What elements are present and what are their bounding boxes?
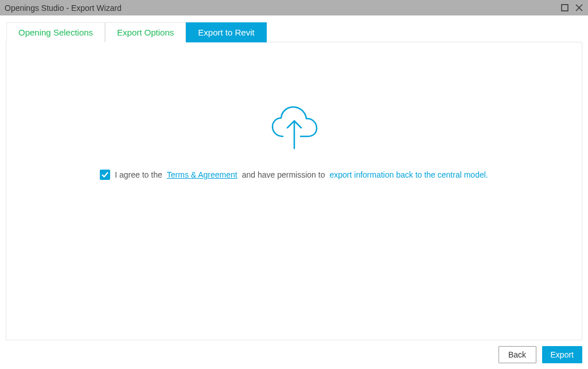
window-body: Opening Selections Export Options Export…: [0, 15, 588, 369]
tab-export-to-revit[interactable]: Export to Revit: [186, 22, 266, 42]
footer: Back Export: [6, 340, 582, 363]
agree-middle: and have permission to: [242, 170, 325, 179]
agree-checkbox[interactable]: [100, 170, 110, 180]
maximize-button[interactable]: [560, 3, 569, 12]
content-area: I agree to the Terms & Agreement and hav…: [6, 42, 582, 340]
window-title: Openings Studio - Export Wizard: [5, 3, 122, 13]
titlebar: Openings Studio - Export Wizard: [0, 0, 588, 15]
back-button[interactable]: Back: [499, 346, 536, 363]
agree-prefix: I agree to the: [115, 170, 162, 179]
close-button[interactable]: [575, 3, 583, 12]
checkmark-icon: [101, 171, 109, 179]
main-panel: Opening Selections Export Options Export…: [6, 42, 582, 340]
maximize-icon: [561, 4, 568, 11]
export-button[interactable]: Export: [542, 346, 582, 363]
svg-rect-0: [562, 5, 568, 11]
tab-export-options[interactable]: Export Options: [105, 22, 186, 42]
close-icon: [575, 4, 583, 11]
terms-agreement-link[interactable]: Terms & Agreement: [167, 170, 237, 179]
tabs: Opening Selections Export Options Export…: [6, 22, 582, 42]
tab-opening-selections[interactable]: Opening Selections: [6, 22, 105, 42]
window-controls: [560, 3, 583, 12]
agreement-row: I agree to the Terms & Agreement and hav…: [100, 170, 488, 180]
export-permission-link[interactable]: export information back to the central m…: [329, 170, 488, 179]
cloud-upload-icon: [266, 99, 323, 158]
